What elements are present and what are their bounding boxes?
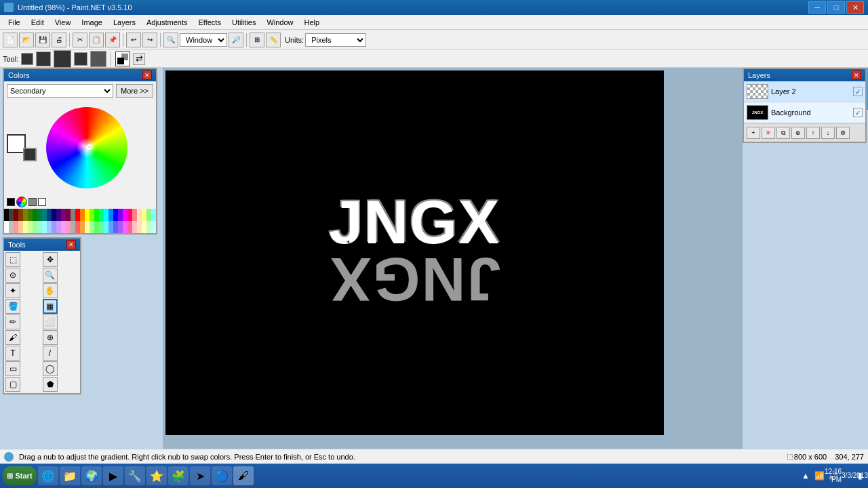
redo-button[interactable]: ↪: [142, 33, 157, 47]
zoom-in-button[interactable]: 🔎: [229, 33, 243, 47]
maximize-button[interactable]: □: [827, 1, 845, 14]
eraser-tool[interactable]: ⬜: [43, 314, 58, 329]
palette-cell-black[interactable]: [4, 209, 9, 221]
palette-cell[interactable]: [37, 209, 42, 221]
zoom-out-button[interactable]: 🔍: [163, 33, 178, 47]
menu-adjustments[interactable]: Adjustments: [141, 17, 193, 28]
window-dropdown[interactable]: Window: [180, 33, 227, 47]
palette-cell[interactable]: [123, 209, 127, 221]
palette-cell[interactable]: [61, 209, 66, 221]
more-colors-button[interactable]: More >>: [116, 84, 153, 98]
line-tool[interactable]: /: [43, 346, 58, 361]
layer-item-background[interactable]: JNGX Background ✓: [744, 102, 865, 123]
palette-cell[interactable]: [37, 221, 42, 233]
color-wheel[interactable]: [46, 107, 127, 188]
paste-button[interactable]: 📌: [105, 33, 120, 47]
palette-cell[interactable]: [85, 221, 90, 233]
palette-cell[interactable]: [66, 221, 71, 233]
palette-cell[interactable]: [151, 221, 156, 233]
color-picker-btn[interactable]: [115, 52, 130, 66]
zoom-tool[interactable]: 🔍: [43, 268, 58, 283]
palette-cell[interactable]: [123, 221, 127, 233]
taskbar-browser-icon[interactable]: 🌍: [81, 466, 102, 485]
taskbar-tool-icon[interactable]: 🔧: [125, 466, 145, 485]
palette-cell[interactable]: [127, 221, 132, 233]
brush-size-3[interactable]: [54, 50, 71, 68]
taskbar-ie2-icon[interactable]: 🔵: [212, 466, 232, 485]
palette-cell[interactable]: [75, 221, 80, 233]
palette-cell[interactable]: [14, 209, 18, 221]
palette-cell[interactable]: [23, 209, 28, 221]
colors-panel-close[interactable]: ✕: [142, 70, 152, 80]
secondary-color-swatch[interactable]: [23, 148, 37, 161]
taskbar-media-icon[interactable]: ▶: [103, 466, 123, 485]
palette-cell[interactable]: [71, 221, 75, 233]
palette-cell[interactable]: [99, 221, 104, 233]
palette-cell[interactable]: [132, 209, 137, 221]
gray-swatch[interactable]: [28, 198, 37, 206]
menu-window[interactable]: Window: [261, 17, 298, 28]
palette-cell[interactable]: [56, 209, 61, 221]
palette-cell[interactable]: [56, 221, 61, 233]
palette-cell[interactable]: [137, 209, 142, 221]
taskbar-folder-icon[interactable]: 📁: [60, 466, 80, 485]
taskbar-ie-icon[interactable]: 🌐: [38, 466, 58, 485]
units-dropdown[interactable]: Pixels Inches Centimeters: [305, 33, 366, 47]
palette-cell[interactable]: [23, 221, 28, 233]
palette-cell[interactable]: [142, 209, 146, 221]
palette-cell[interactable]: [28, 209, 33, 221]
palette-cell[interactable]: [113, 221, 118, 233]
menu-file[interactable]: File: [3, 17, 26, 28]
palette-cell[interactable]: [52, 221, 56, 233]
palette-cell[interactable]: [42, 209, 47, 221]
palette-cell[interactable]: [104, 209, 108, 221]
palette-cell[interactable]: [42, 221, 47, 233]
paintbucket-tool[interactable]: 🪣: [5, 299, 20, 314]
swap-btn[interactable]: ⇄: [133, 53, 145, 65]
palette-cell[interactable]: [108, 221, 113, 233]
palette-cell[interactable]: [9, 221, 14, 233]
menu-layers[interactable]: Layers: [108, 17, 141, 28]
canvas[interactable]: JNGX JNGX ↕: [165, 70, 664, 435]
close-button[interactable]: ✕: [846, 1, 864, 14]
menu-effects[interactable]: Effects: [193, 17, 226, 28]
ellipse-tool[interactable]: ◯: [43, 361, 58, 376]
palette-cell[interactable]: [85, 209, 90, 221]
palette-cell[interactable]: [94, 209, 99, 221]
layer-item-layer2[interactable]: Layer 2 ✓: [744, 81, 865, 102]
lasso-tool[interactable]: ⊙: [5, 268, 20, 283]
ruler-button[interactable]: 📏: [266, 33, 281, 47]
palette-cell[interactable]: [146, 209, 151, 221]
background-visibility[interactable]: ✓: [853, 108, 863, 117]
undo-button[interactable]: ↩: [126, 33, 141, 47]
taskbar-paint-icon[interactable]: 🖌: [233, 466, 254, 485]
move-tool[interactable]: ✥: [43, 252, 58, 267]
pan-tool[interactable]: ✋: [43, 283, 58, 298]
palette-cell-red[interactable]: [75, 209, 80, 221]
minimize-button[interactable]: ─: [808, 1, 826, 14]
taskbar-puzzle-icon[interactable]: 🧩: [168, 466, 189, 485]
clone-stamp-tool[interactable]: ⊕: [43, 330, 58, 345]
palette-cell[interactable]: [71, 209, 75, 221]
save-button[interactable]: 💾: [35, 33, 50, 47]
palette-cell[interactable]: [80, 221, 85, 233]
palette-cell[interactable]: [127, 209, 132, 221]
paintbrush-tool[interactable]: 🖌: [5, 330, 20, 345]
cut-button[interactable]: ✂: [73, 33, 87, 47]
palette-cell[interactable]: [66, 209, 71, 221]
brush-size-1[interactable]: [21, 53, 33, 65]
open-button[interactable]: 📂: [19, 33, 34, 47]
palette-cell[interactable]: [94, 221, 99, 233]
menu-image[interactable]: Image: [76, 17, 108, 28]
palette-cell[interactable]: [146, 221, 151, 233]
rounded-rect-tool[interactable]: ▢: [5, 377, 20, 392]
palette-cell[interactable]: [33, 209, 37, 221]
palette-cell[interactable]: [118, 221, 123, 233]
text-tool[interactable]: T: [5, 346, 20, 361]
palette-cell[interactable]: [118, 209, 123, 221]
palette-cell[interactable]: [47, 209, 52, 221]
move-layer-down-button[interactable]: ↓: [821, 127, 835, 139]
palette-cell[interactable]: [132, 221, 137, 233]
palette-cell[interactable]: [90, 221, 94, 233]
rectangle-select-tool[interactable]: ⬚: [5, 252, 20, 267]
